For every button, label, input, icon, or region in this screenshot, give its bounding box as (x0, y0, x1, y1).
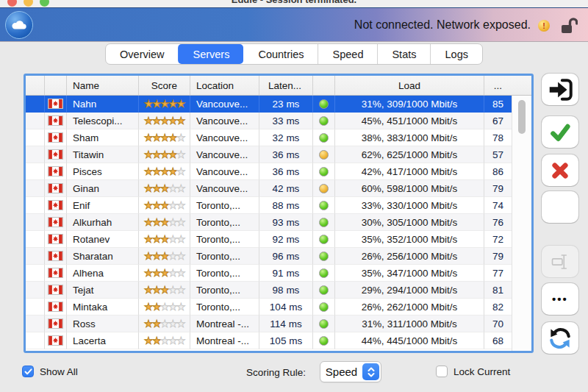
lock-current-label: Lock Current (453, 366, 510, 377)
tab-overview[interactable]: Overview (106, 44, 178, 64)
column-header-location[interactable]: Location (190, 76, 259, 95)
score-stars: ★★★★★ (139, 146, 190, 163)
server-name: Ginan (67, 180, 139, 197)
canada-flag-icon (48, 166, 63, 177)
load-status-cell (313, 113, 335, 129)
window-titlebar: Eddie - Session terminated. (0, 0, 588, 7)
row-gutter (26, 197, 45, 214)
column-header-blank[interactable] (45, 76, 67, 95)
server-users-count: 72 (484, 231, 512, 248)
table-row[interactable]: Alhena★★★★★Toronto,...91 ms35%, 347/1000… (26, 265, 531, 282)
server-users-count: 67 (484, 113, 512, 129)
table-row[interactable]: Nahn★★★★★Vancouve...23 ms31%, 309/1000 M… (26, 96, 531, 113)
refresh-icon (547, 325, 573, 352)
whitelist-button[interactable] (542, 116, 578, 148)
flag-cell (45, 146, 67, 163)
load-status-cell (313, 197, 335, 214)
show-all-checkbox[interactable]: Show All (22, 366, 78, 377)
tab-logs[interactable]: Logs (431, 44, 482, 64)
table-row[interactable]: Alkurhah★★★★★Toronto,...93 ms30%, 305/10… (26, 214, 531, 231)
score-stars: ★★★★★ (139, 231, 190, 248)
show-all-label: Show All (40, 366, 78, 377)
table-row[interactable]: Pisces★★★★★Vancouve...36 ms42%, 417/1000… (26, 163, 531, 180)
server-latency: 105 ms (259, 332, 313, 349)
flag-cell (45, 96, 67, 113)
server-load: 45%, 451/1000 Mbit/s (335, 113, 484, 129)
tab-countries[interactable]: Countries (243, 44, 318, 64)
server-location: Vancouve... (190, 146, 259, 163)
table-row[interactable]: Telescopi...★★★★★Vancouve...33 ms45%, 45… (26, 113, 531, 129)
tab-stats[interactable]: Stats (377, 44, 430, 64)
cloud-logo-icon[interactable] (5, 11, 33, 39)
load-status-cell (313, 214, 335, 231)
server-location: Toronto,... (190, 214, 259, 231)
flag-cell (45, 332, 67, 349)
table-header[interactable]: NameScoreLocationLaten...Load... (26, 76, 531, 96)
scoring-rule-select[interactable]: Speed (320, 361, 381, 382)
row-gutter (26, 96, 45, 113)
column-header-laten[interactable]: Laten... (259, 76, 313, 95)
window-title: Eddie - Session terminated. (0, 0, 588, 5)
score-stars: ★★★★★ (139, 96, 190, 113)
server-latency: 33 ms (259, 113, 313, 129)
star-rating-icon: ★★★★★ (144, 217, 184, 227)
scrollbar-thumb[interactable] (518, 100, 526, 134)
score-stars: ★★★★★ (139, 248, 190, 265)
server-users-count: 79 (484, 180, 512, 197)
refresh-button[interactable] (542, 322, 578, 354)
clear-rule-button[interactable] (542, 191, 578, 223)
column-header-name[interactable]: Name (67, 76, 139, 95)
flag-cell (45, 129, 67, 146)
server-load: 42%, 417/1000 Mbit/s (335, 163, 484, 180)
table-row[interactable]: Mintaka★★★★★Toronto,...104 ms26%, 262/10… (26, 299, 531, 316)
checkbox-checked-icon[interactable] (22, 366, 34, 377)
server-name: Enif (67, 197, 139, 214)
server-load: 44%, 445/1000 Mbit/s (335, 332, 484, 349)
column-header-blank[interactable] (26, 76, 45, 95)
vertical-scrollbar[interactable] (512, 96, 531, 351)
servers-table: NameScoreLocationLaten...Load... Nahn★★★… (24, 74, 534, 353)
tab-speed[interactable]: Speed (318, 44, 378, 64)
column-header-blank[interactable] (313, 76, 335, 95)
table-row[interactable]: Tejat★★★★★Toronto,...98 ms29%, 294/1000 … (26, 282, 531, 299)
table-row[interactable]: Lacerta★★★★★Montreal -...105 ms44%, 445/… (26, 332, 531, 349)
server-users-count: 86 (484, 163, 512, 180)
row-gutter (26, 214, 45, 231)
row-gutter (26, 265, 45, 282)
star-rating-icon: ★★★★★ (144, 149, 184, 160)
score-stars: ★★★★★ (139, 332, 190, 349)
column-header-score[interactable]: Score (139, 76, 190, 95)
server-load: 38%, 383/1000 Mbit/s (335, 129, 484, 146)
server-latency: 88 ms (259, 197, 313, 214)
load-status-cell (313, 180, 335, 197)
column-header-load[interactable]: Load (335, 76, 484, 95)
server-users-count: 74 (484, 197, 512, 214)
server-load: 35%, 352/1000 Mbit/s (335, 231, 484, 248)
server-name: Pisces (67, 163, 139, 180)
load-status-cell (313, 316, 335, 332)
server-location: Toronto,... (190, 265, 259, 282)
flag-cell (45, 299, 67, 316)
table-row[interactable]: Enif★★★★★Toronto,...88 ms33%, 330/1000 M… (26, 197, 531, 214)
load-status-yellow-icon (319, 184, 329, 193)
row-gutter (26, 146, 45, 163)
server-users-count: 85 (484, 96, 512, 113)
lock-current-checkbox[interactable]: Lock Current (436, 366, 510, 377)
connect-button[interactable] (542, 74, 578, 105)
server-name: Nahn (67, 96, 139, 113)
tab-servers[interactable]: Servers (178, 44, 243, 64)
rename-button (542, 246, 578, 277)
table-row[interactable]: Ross★★★★★Montreal -...114 ms31%, 311/100… (26, 316, 531, 332)
table-row[interactable]: Sham★★★★★Vancouve...32 ms38%, 383/1000 M… (26, 129, 531, 146)
checkbox-unchecked-icon[interactable] (436, 366, 448, 377)
table-row[interactable]: Ginan★★★★★Vancouve...42 ms60%, 598/1000 … (26, 180, 531, 197)
open-padlock-icon (560, 16, 578, 38)
blacklist-button[interactable] (542, 154, 578, 186)
server-name: Titawin (67, 146, 139, 163)
table-row[interactable]: Titawin★★★★★Vancouve...36 ms62%, 625/100… (26, 146, 531, 163)
column-header-misc[interactable]: ... (484, 76, 512, 95)
flag-cell (45, 316, 67, 332)
table-row[interactable]: Sharatan★★★★★Toronto,...96 ms26%, 256/10… (26, 248, 531, 265)
table-row[interactable]: Rotanev★★★★★Toronto,...92 ms35%, 352/100… (26, 231, 531, 248)
more-options-button[interactable]: ••• (542, 283, 578, 315)
